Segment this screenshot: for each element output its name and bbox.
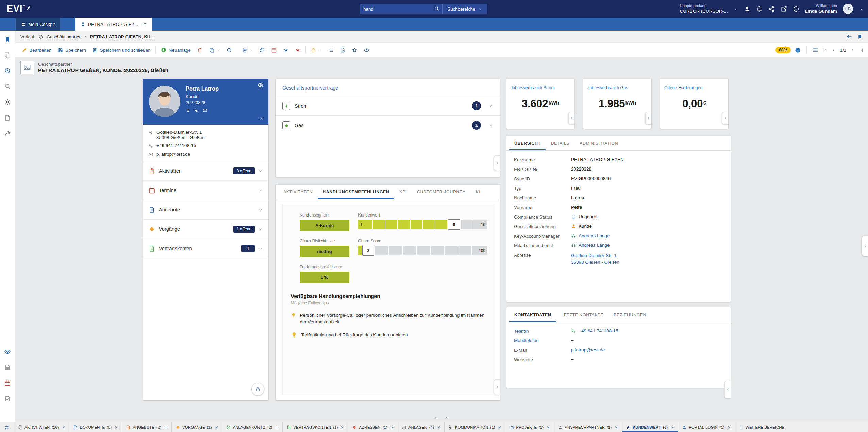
lock-button[interactable] — [251, 383, 264, 396]
chevron-down-icon[interactable] — [488, 103, 493, 108]
delete-button[interactable] — [194, 43, 206, 57]
mail-icon[interactable] — [203, 108, 207, 113]
bookmark-icon[interactable] — [857, 34, 863, 39]
close-icon[interactable] — [390, 426, 394, 429]
document-icon[interactable] — [4, 114, 11, 121]
new-button[interactable]: Neuanlage — [157, 43, 194, 57]
tab-details[interactable]: DETAILS — [546, 136, 574, 150]
breadcrumb-item-geschaeftspartner[interactable]: Geschäftspartner — [47, 34, 81, 39]
section-vertragskonten[interactable]: Vertragskonten 1 — [143, 239, 268, 258]
collapse-panel-handle[interactable] — [494, 379, 500, 395]
area-aktivitaeten[interactable]: AKTIVITÄTEN (16) — [14, 422, 69, 432]
key-account-manager-link[interactable]: Andreas Lange — [579, 233, 610, 238]
favorite-button[interactable] — [349, 43, 361, 57]
tab-record[interactable]: PETRA LATROP GIEß... — [75, 18, 152, 31]
area-adressen[interactable]: ADRESSEN (1) — [348, 422, 398, 432]
external-app-button[interactable] — [292, 43, 304, 57]
tab-handlungsempfehlungen[interactable]: HANDLUNGSEMPFEHLUNGEN — [318, 185, 394, 199]
eye-icon[interactable] — [4, 348, 11, 355]
area-portal-login[interactable]: PORTAL-LOGIN (1) — [678, 422, 735, 432]
note-icon[interactable] — [4, 364, 11, 371]
breadcrumb-item-current[interactable]: PETRA LATROP GIEßEN, KU... — [90, 34, 154, 39]
address-link-line1[interactable]: Gottlieb-Daimler-Str. 1 — [571, 252, 619, 259]
collapse-panel-handle[interactable] — [722, 112, 728, 125]
phone-icon[interactable] — [194, 108, 199, 113]
tab-administration[interactable]: ADMINISTRATION — [574, 136, 623, 150]
tab-aktivitaeten[interactable]: AKTIVITÄTEN — [278, 185, 318, 199]
close-icon[interactable] — [341, 426, 344, 429]
calendar-button[interactable] — [268, 43, 280, 57]
tab-kpi[interactable]: KPI — [394, 185, 412, 199]
share-icon[interactable] — [768, 6, 775, 12]
user-menu-chevron-icon[interactable] — [859, 7, 863, 11]
history-icon[interactable] — [38, 34, 44, 39]
approve-document-button[interactable] — [337, 43, 349, 57]
area-vertragskonten[interactable]: VERTRAGSKONTEN (1) — [283, 422, 348, 432]
tab-letzte-kontakte[interactable]: LETZTE KONTAKTE — [556, 307, 608, 322]
hamburger-menu-icon[interactable] — [812, 47, 819, 53]
chevron-down-icon[interactable] — [258, 207, 263, 212]
close-icon[interactable] — [728, 426, 731, 429]
lock-button[interactable] — [307, 43, 325, 57]
area-projekte[interactable]: PROJEKTE (1) — [505, 422, 554, 432]
back-arrow-icon[interactable] — [846, 34, 852, 40]
area-ansprechpartner[interactable]: ANSPRECHPARTNER (1) — [554, 422, 622, 432]
mandant-chevron-icon[interactable] — [734, 7, 738, 11]
collapse-panel-handle[interactable] — [494, 155, 500, 171]
first-page-icon[interactable] — [822, 48, 828, 53]
attachment-button[interactable] — [256, 43, 268, 57]
email-link[interactable]: p.latrop@test.de — [571, 347, 605, 352]
settings-gear-icon[interactable] — [4, 99, 11, 106]
pin-icon[interactable] — [186, 108, 190, 113]
chevron-down-icon[interactable] — [258, 246, 263, 251]
close-icon[interactable] — [615, 426, 618, 429]
print-button[interactable] — [239, 43, 256, 57]
area-anlagenkonto[interactable]: ANLAGENKONTO (2) — [222, 422, 283, 432]
chevron-down-icon[interactable] — [258, 188, 263, 193]
innendienst-link[interactable]: Andreas Lange — [579, 243, 610, 248]
area-angebote[interactable]: ANGEBOTE (2) — [122, 422, 172, 432]
info-icon[interactable] — [795, 47, 801, 53]
close-icon[interactable] — [275, 426, 279, 429]
chevron-down-icon[interactable] — [258, 169, 263, 173]
tab-kontaktdaten[interactable]: KONTAKTDATEN — [509, 307, 556, 322]
chevron-down-icon[interactable] — [434, 416, 438, 420]
close-icon[interactable] — [498, 426, 501, 429]
calendar-icon[interactable] — [4, 380, 11, 386]
globe-icon[interactable] — [258, 82, 264, 88]
area-weitere-bereiche[interactable]: WEITERE BEREICHE — [735, 422, 788, 432]
recommendation-item[interactable]: Tarifoptimierung bei Rückfrage des Kunde… — [291, 332, 485, 338]
tab-beziehungen[interactable]: BEZIEHUNGEN — [608, 307, 651, 322]
refresh-button[interactable] — [223, 43, 235, 57]
previous-page-icon[interactable] — [831, 48, 836, 53]
chevron-down-icon[interactable] — [258, 227, 263, 231]
chevron-down-icon[interactable] — [488, 123, 493, 128]
list-button[interactable] — [325, 43, 337, 57]
expand-side-panel-handle[interactable] — [862, 235, 868, 256]
area-anlagen[interactable]: ANLAGEN (4) — [398, 422, 445, 432]
search-input[interactable] — [360, 4, 431, 14]
section-vorgaenge[interactable]: Vorgänge 1 offene — [143, 220, 268, 239]
close-icon[interactable] — [143, 22, 147, 26]
phone-link[interactable]: +49 641 741108-15 — [579, 328, 618, 333]
tab-ki[interactable]: KI — [470, 185, 485, 199]
last-page-icon[interactable] — [859, 48, 864, 53]
user-icon[interactable] — [744, 6, 750, 12]
section-termine[interactable]: Termine — [143, 181, 268, 200]
bell-icon[interactable] — [756, 6, 763, 12]
close-icon[interactable] — [437, 426, 440, 429]
save-button[interactable]: Speichern — [54, 43, 89, 57]
collapse-panel-handle[interactable] — [568, 112, 574, 125]
tab-uebersicht[interactable]: ÜBERSICHT — [509, 136, 546, 150]
close-icon[interactable] — [164, 426, 168, 429]
search-scope-dropdown[interactable]: Suchbereiche — [443, 4, 487, 14]
edit-button[interactable]: Bearbeiten — [18, 43, 54, 57]
area-vorgaenge[interactable]: VORGÄNGE (1) — [172, 422, 222, 432]
search-document-icon[interactable] — [4, 83, 11, 90]
area-kundenwert[interactable]: KUNDENWERT (6) — [622, 422, 678, 432]
close-icon[interactable] — [671, 426, 674, 429]
watch-button[interactable] — [361, 43, 372, 57]
copy-record-button[interactable] — [206, 43, 223, 57]
area-dokumente[interactable]: DOKUMENTE (5) — [69, 422, 122, 432]
section-aktivitaeten[interactable]: Aktivitäten 3 offene — [143, 161, 268, 181]
